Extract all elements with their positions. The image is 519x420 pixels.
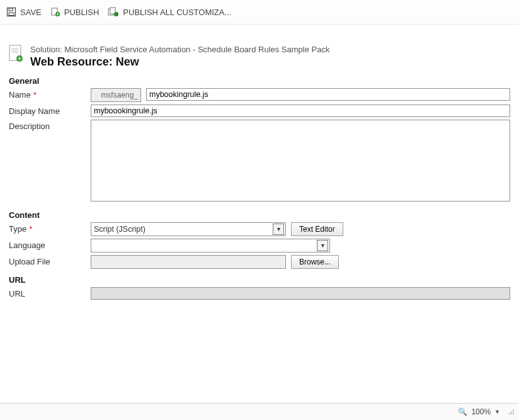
chevron-down-icon[interactable]: ▼ xyxy=(494,409,500,415)
publish-all-icon xyxy=(108,7,119,17)
upload-path-box xyxy=(91,255,286,269)
row-name: Name * msfsaeng_ xyxy=(9,88,510,102)
statusbar: 🔍 100% ▼ xyxy=(0,403,519,420)
resize-grip[interactable] xyxy=(509,409,514,414)
description-label: Description xyxy=(9,120,91,131)
display-name-input[interactable] xyxy=(91,105,510,117)
name-label: Name * xyxy=(9,88,91,99)
row-language: Language ▾ xyxy=(9,239,510,253)
display-name-label: Display Name xyxy=(9,105,91,116)
language-label: Language xyxy=(9,239,91,250)
publish-all-label: PUBLISH ALL CUSTOMIZA... xyxy=(123,8,231,17)
publish-button[interactable]: PUBLISH xyxy=(50,7,100,17)
svg-rect-0 xyxy=(8,8,16,16)
type-select[interactable]: Script (JScript) ▾ xyxy=(91,222,286,236)
section-url: URL xyxy=(9,275,510,285)
publish-icon xyxy=(50,7,60,17)
svg-rect-2 xyxy=(9,13,14,16)
section-content: Content xyxy=(9,210,510,220)
url-readonly xyxy=(91,287,510,300)
url-label: URL xyxy=(9,287,91,298)
zoom-level[interactable]: 100% xyxy=(471,407,491,416)
chevron-down-icon: ▾ xyxy=(273,224,284,235)
svg-point-7 xyxy=(114,12,118,16)
name-input[interactable] xyxy=(146,88,510,101)
magnifier-icon[interactable]: 🔍 xyxy=(458,407,467,416)
type-select-value: Script (JScript) xyxy=(94,225,145,234)
toolbar: SAVE PUBLISH PUBLISH ALL CUSTOMIZA... xyxy=(0,0,519,25)
save-icon xyxy=(6,7,16,17)
required-indicator: * xyxy=(27,225,32,234)
page-title: Web Resource: New xyxy=(30,55,510,69)
row-url: URL xyxy=(9,287,510,300)
text-editor-button[interactable]: Text Editor xyxy=(291,222,343,236)
save-button[interactable]: SAVE xyxy=(6,7,42,17)
entity-icon xyxy=(9,45,24,64)
row-type: Type * Script (JScript) ▾ Text Editor xyxy=(9,222,510,236)
upload-label: Upload File xyxy=(9,255,91,266)
page-header: Solution: Microsoft Field Service Automa… xyxy=(0,25,519,72)
chevron-down-icon: ▾ xyxy=(317,240,328,251)
row-description: Description xyxy=(9,120,510,201)
publish-all-button[interactable]: PUBLISH ALL CUSTOMIZA... xyxy=(108,7,231,17)
required-indicator: * xyxy=(31,91,37,99)
row-upload: Upload File Browse... xyxy=(9,255,510,269)
section-general: General xyxy=(9,76,510,86)
language-select[interactable]: ▾ xyxy=(91,239,330,253)
browse-button[interactable]: Browse... xyxy=(291,255,339,269)
row-display-name: Display Name xyxy=(9,105,510,117)
name-prefix: msfsaeng_ xyxy=(91,88,141,102)
publish-label: PUBLISH xyxy=(64,8,100,17)
type-label: Type * xyxy=(9,222,91,234)
description-input[interactable] xyxy=(91,120,510,201)
svg-rect-1 xyxy=(9,8,13,11)
save-label: SAVE xyxy=(20,8,42,17)
solution-line: Solution: Microsoft Field Service Automa… xyxy=(30,45,510,54)
